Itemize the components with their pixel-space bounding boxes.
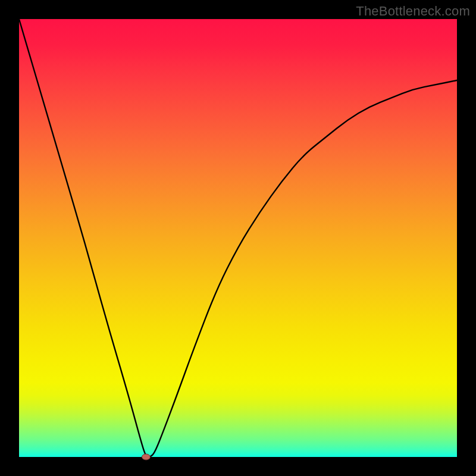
chart-frame: TheBottleneck.com (0, 0, 476, 476)
watermark-text: TheBottleneck.com (356, 4, 470, 19)
minimum-marker (142, 454, 150, 460)
plot-area (19, 19, 457, 457)
bottleneck-curve (19, 19, 457, 457)
bottleneck-curve-svg (19, 19, 457, 457)
